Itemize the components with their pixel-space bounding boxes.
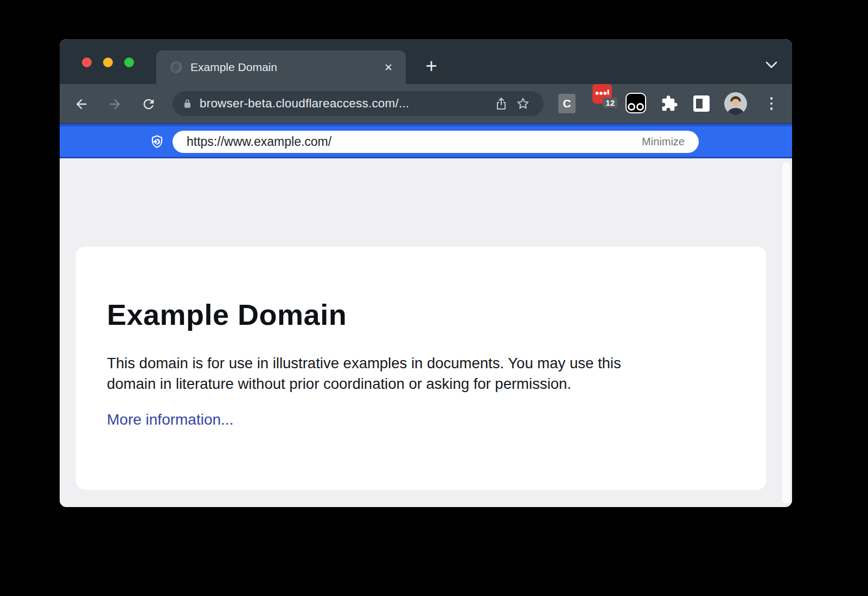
extensions-puzzle-icon[interactable] [660, 94, 679, 113]
paragraph-line-1: This domain is for use in illustrative e… [107, 355, 621, 371]
new-tab-button[interactable]: + [419, 54, 444, 79]
page-viewport: Example Domain This domain is for use in… [60, 158, 792, 507]
page-paragraph: This domain is for use in illustrative e… [107, 353, 735, 394]
remote-browser-isolation-bar: https://www.example.com/ Minimize [60, 124, 792, 158]
isolated-url-input[interactable]: https://www.example.com/ Minimize [173, 131, 699, 153]
paragraph-line-2: domain in literature without prior coord… [107, 375, 571, 392]
extension-badge: 12 [603, 98, 617, 108]
extension-c-icon[interactable]: C [558, 94, 576, 113]
browser-menu-kebab-icon[interactable] [765, 94, 778, 113]
isolation-shield-icon [150, 134, 164, 151]
isolated-url-text: https://www.example.com/ [187, 134, 642, 149]
circle-glyph [636, 103, 644, 111]
two-circles-extension-icon[interactable] [626, 93, 646, 113]
browser-window: Example Domain ✕ + browser-beta.cloudfla… [60, 39, 792, 507]
profile-avatar[interactable] [724, 92, 747, 115]
page-heading: Example Domain [107, 298, 766, 331]
side-panel-icon[interactable] [693, 95, 710, 112]
circle-glyph [628, 103, 635, 111]
tab-overflow-chevron-down-icon[interactable] [765, 61, 778, 72]
minimize-bar-button[interactable]: Minimize [642, 136, 685, 148]
more-information-link[interactable]: More information... [107, 411, 233, 428]
globe-favicon-icon [170, 61, 182, 73]
reload-button[interactable] [139, 94, 158, 114]
forward-button[interactable] [105, 94, 125, 114]
tab-strip: Example Domain ✕ + [60, 39, 792, 84]
password-manager-extension-icon[interactable]: 12 [592, 84, 612, 104]
macos-minimize-button[interactable] [103, 57, 113, 67]
address-bar-url: browser-beta.cloudflareaccess.com/... [200, 97, 490, 111]
share-icon[interactable] [490, 97, 512, 111]
tab-title: Example Domain [190, 61, 382, 74]
content-card: Example Domain This domain is for use in… [76, 247, 766, 490]
scrollbar-thumb[interactable] [781, 161, 791, 504]
tab-close-icon[interactable]: ✕ [382, 60, 395, 75]
browser-toolbar: browser-beta.cloudflareaccess.com/... C [60, 84, 792, 124]
lock-icon [182, 99, 193, 109]
active-tab[interactable]: Example Domain ✕ [156, 50, 406, 84]
macos-close-button[interactable] [82, 57, 92, 67]
bookmark-star-icon[interactable] [512, 97, 534, 111]
address-bar[interactable]: browser-beta.cloudflareaccess.com/... [173, 91, 544, 116]
macos-zoom-button[interactable] [124, 57, 134, 67]
back-button[interactable] [72, 94, 91, 114]
